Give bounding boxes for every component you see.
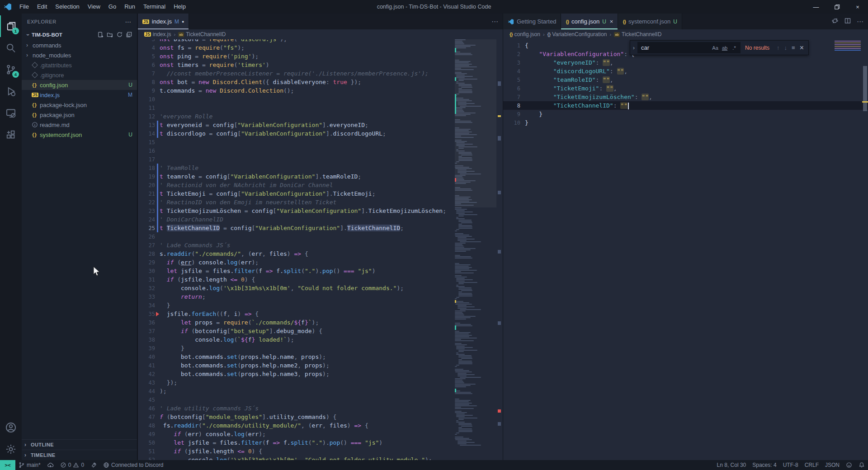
code-line-24[interactable]: 24' DoniCarChannelID <box>138 215 455 224</box>
menu-help[interactable]: Help <box>170 0 190 14</box>
menu-file[interactable]: File <box>15 0 33 14</box>
refresh-icon[interactable] <box>116 31 123 39</box>
menu-edit[interactable]: Edit <box>33 0 51 14</box>
breadcrumb-TicketChannelID[interactable]: abTicketChannelID <box>178 31 226 38</box>
split-editor-icon[interactable] <box>844 17 851 26</box>
minimize-button[interactable]: — <box>806 0 826 14</box>
code-line-49[interactable]: 49 if (err) console.log(err); <box>138 430 455 438</box>
file-config.json[interactable]: {}config.jsonU <box>22 80 137 90</box>
code-line-9[interactable]: 9 } <box>503 110 868 118</box>
find-expand-chevron-icon[interactable]: › <box>630 41 637 55</box>
status-eol[interactable]: CRLF <box>802 460 822 470</box>
code-line-5[interactable]: 5onst ping = require('ping'); <box>138 52 455 61</box>
whole-word-toggle-icon[interactable]: ab <box>721 45 728 51</box>
code-line-32[interactable]: 32 console.log('\x1b[31m%s\x1b[0m', "Cou… <box>138 284 455 292</box>
open-changes-icon[interactable] <box>831 17 839 26</box>
code-line-51[interactable]: 51 if (jsfile.length <= 0) { <box>138 447 455 456</box>
scrollbar-thumb[interactable] <box>863 66 867 111</box>
code-line-5[interactable]: 5 "teamRoleID": "", <box>503 75 868 84</box>
code-line-12[interactable]: 12'everyone Rolle <box>138 112 455 121</box>
code-line-46[interactable]: 46' Lade utility commands JS´s <box>138 404 455 413</box>
new-file-icon[interactable] <box>97 31 104 39</box>
code-line-28[interactable]: 28s.readdir("./commands/", (err, files) … <box>138 249 455 258</box>
code-line-8[interactable]: 8onst bot = new Discord.Client({ disable… <box>138 78 455 86</box>
sidebar-more-icon[interactable]: ⋯ <box>125 18 132 25</box>
status-git-branch[interactable]: main* <box>15 460 44 470</box>
breadcrumb-index.js[interactable]: JSindex.js <box>144 31 171 38</box>
main-breadcrumb[interactable]: JSindex.js›abTicketChannelID <box>138 29 503 39</box>
code-line-36[interactable]: 36 let props = require(`./commands/${f}`… <box>138 318 455 327</box>
file-systemconf.json[interactable]: {}systemconf.jsonU <box>22 130 137 140</box>
menu-go[interactable]: Go <box>104 0 120 14</box>
code-line-43[interactable]: 43 }); <box>138 378 455 387</box>
code-line-30[interactable]: 30 let jsfile = files.filter(f => f.spli… <box>138 267 455 275</box>
code-line-22[interactable]: 22' ReactinoID von den Emoji im neuerste… <box>138 198 455 207</box>
code-line-26[interactable]: 26 <box>138 232 455 241</box>
code-line-16[interactable]: 16 <box>138 146 455 155</box>
code-line-4[interactable]: 4onst fs = require("fs"); <box>138 43 455 52</box>
file-package-lock.json[interactable]: {}package-lock.json <box>22 100 137 110</box>
file-node_modules[interactable]: ›node_modules <box>22 50 137 60</box>
new-folder-icon[interactable] <box>107 31 113 39</box>
code-line-6[interactable]: 6onst timers = require('timers') <box>138 61 455 69</box>
status-language-mode[interactable]: JSON <box>822 460 843 470</box>
code-line-4[interactable]: 4 "discordLogoURL": "", <box>503 67 868 75</box>
right-breadcrumb[interactable]: {}config.json›{}VariablenConfiguration›a… <box>503 29 868 39</box>
code-line-33[interactable]: 33 return; <box>138 292 455 301</box>
activity-accounts[interactable] <box>0 417 22 438</box>
tab-index.js[interactable]: JSindex.jsM● <box>138 14 189 29</box>
file-package.json[interactable]: {}package.json <box>22 110 137 120</box>
activity-explorer[interactable]: 1 <box>0 15 22 37</box>
breadcrumb-TicketChannelID[interactable]: abTicketChannelID <box>614 31 661 38</box>
code-line-19[interactable]: 19t teamrole = config["VariablenConfigur… <box>138 172 455 181</box>
status-discord-status[interactable]: Connected to Discord <box>100 460 166 470</box>
status-problems[interactable]: 00 <box>57 460 87 470</box>
code-line-39[interactable]: 39 } <box>138 344 455 352</box>
section-outline[interactable]: ›OUTLINE <box>22 439 137 450</box>
menu-selection[interactable]: Selection <box>51 0 83 14</box>
restore-button[interactable] <box>826 0 847 14</box>
code-line-9[interactable]: 9t.commands = new Discord.Collection(); <box>138 86 455 95</box>
file-commands[interactable]: ›commands <box>22 40 137 50</box>
code-line-20[interactable]: 20' Reactionid von der NAchricht im Doni… <box>138 181 455 189</box>
code-line-34[interactable]: 34 } <box>138 301 455 310</box>
find-in-selection-icon[interactable]: ≡ <box>792 44 795 51</box>
code-line-10[interactable]: 10 <box>138 95 455 103</box>
code-line-3[interactable]: 3 "everyoneID": "", <box>503 58 868 67</box>
status-remote-indicator[interactable]: >< <box>0 460 15 470</box>
code-line-29[interactable]: 29 if (err) console.log(err); <box>138 258 455 267</box>
breadcrumb-config.json[interactable]: {}config.json <box>509 31 540 38</box>
activity-settings[interactable] <box>0 438 22 460</box>
tab-getting-started[interactable]: Getting Started <box>503 14 561 29</box>
code-line-7[interactable]: 7 //const memberPresenceListener = requi… <box>138 69 455 78</box>
status-indentation[interactable]: Spaces: 4 <box>749 460 779 470</box>
close-icon[interactable]: × <box>610 18 613 25</box>
close-icon[interactable]: × <box>800 44 804 52</box>
workspace-root[interactable]: › TIM-DS-BOT <box>22 29 137 40</box>
code-line-6[interactable]: 6 "TicketEmoji": "", <box>503 84 868 93</box>
code-line-40[interactable]: 40 bot.commands.set(props.help.name, pro… <box>138 352 455 361</box>
activity-extensions[interactable] <box>0 124 22 146</box>
code-line-48[interactable]: 48 fs.readdir("./commands/utility_module… <box>138 421 455 430</box>
code-line-52[interactable]: 52 console.log('\x1b[31m%s\x1b[0m', "Cou… <box>138 456 455 460</box>
code-line-50[interactable]: 50 let jsfile = files.filter(f => f.spli… <box>138 438 455 447</box>
code-line-37[interactable]: 37 if (botconfig["bot_setup"].debug_mode… <box>138 327 455 335</box>
code-line-31[interactable]: 31 if (jsfile.length <= 0) { <box>138 275 455 284</box>
code-line-8[interactable]: 8 "TicketChannelID": "" <box>503 101 868 110</box>
code-line-21[interactable]: 21t TicketEmoji = config["VariablenConfi… <box>138 189 455 198</box>
code-line-11[interactable]: 11 <box>138 103 455 112</box>
activity-run-and-debug[interactable] <box>0 80 22 102</box>
overview-ruler[interactable] <box>496 39 503 460</box>
collapse-all-icon[interactable] <box>126 31 132 39</box>
close-button[interactable]: × <box>847 0 868 14</box>
arrow-up-icon[interactable]: ↑ <box>777 44 780 51</box>
status-notifications[interactable] <box>855 460 868 470</box>
json-code-editor[interactable]: 1{2 "VariablenConfiguration": {3 "everyo… <box>503 39 868 460</box>
file-.gitignore[interactable]: .gitignore <box>22 70 137 80</box>
status-feedback[interactable] <box>843 460 855 470</box>
menu-view[interactable]: View <box>84 0 104 14</box>
code-line-23[interactable]: 23t TicketEmojizumLöschen = config["Vari… <box>138 207 455 215</box>
file-readme.md[interactable]: readme.md <box>22 120 137 130</box>
regex-toggle-icon[interactable]: .* <box>731 45 738 51</box>
case-sensitive-toggle-icon[interactable]: Aa <box>712 45 719 51</box>
